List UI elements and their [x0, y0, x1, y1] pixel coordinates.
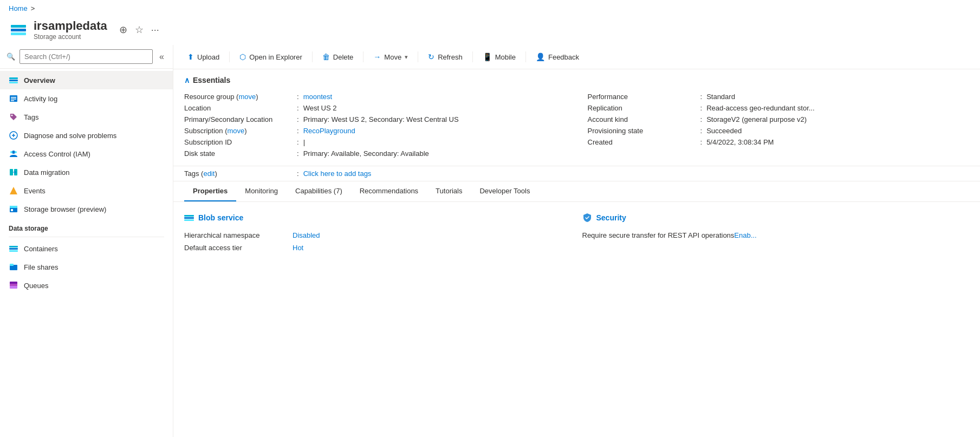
properties-panel: Blob service Hierarchical namespace Disa…: [173, 202, 980, 265]
search-icon: 🔍: [7, 53, 15, 61]
sidebar-item-access-control[interactable]: Access Control (IAM): [0, 145, 173, 163]
essentials-value-primary-secondary: Primary: West US 2, Secondary: West Cent…: [303, 115, 459, 123]
svg-rect-14: [11, 209, 13, 211]
tabs-bar: Properties Monitoring Capabilities (7) R…: [173, 181, 980, 202]
favorite-button[interactable]: ☆: [133, 22, 146, 38]
svg-rect-2: [11, 99, 16, 100]
tab-monitoring[interactable]: Monitoring: [236, 181, 287, 201]
toolbar-sep-4: [418, 51, 418, 62]
iam-icon: [9, 149, 18, 159]
mobile-label: Mobile: [495, 53, 516, 61]
sidebar-item-data-migration[interactable]: Data migration: [0, 163, 173, 181]
delete-button[interactable]: 🗑 Delete: [317, 49, 359, 64]
storage-icon: [11, 25, 26, 35]
essentials-value-location: West US 2: [303, 104, 337, 112]
data-storage-divider: [9, 237, 164, 237]
pin-button[interactable]: ⊕: [117, 22, 129, 38]
sidebar-item-containers[interactable]: Containers: [0, 239, 173, 258]
essentials-row-location: Location : West US 2: [184, 102, 566, 114]
upload-label: Upload: [197, 53, 219, 61]
open-explorer-button[interactable]: ⬡ Open in Explorer: [234, 49, 308, 64]
essentials-value-rg[interactable]: moontest: [303, 93, 332, 101]
essentials-label-subscription-id: Subscription ID: [184, 138, 293, 146]
blob-service-icon: [184, 213, 194, 223]
essentials-label-subscription: Subscription (move): [184, 127, 293, 135]
tab-recommendations[interactable]: Recommendations: [351, 181, 427, 201]
mobile-icon: 📱: [483, 53, 492, 61]
essentials-right: Performance : Standard Replication : Rea…: [588, 91, 970, 159]
essentials-value-subscription[interactable]: RecoPlayground: [303, 127, 355, 135]
add-tags-link[interactable]: Click here to add tags: [303, 169, 372, 178]
feedback-button[interactable]: 👤 Feedback: [530, 49, 585, 64]
essentials-label-account-kind: Account kind: [588, 115, 696, 123]
essentials-value-provisioning: Succeeded: [706, 127, 742, 135]
essentials-value-subscription-id: |: [303, 138, 305, 146]
essentials-label-primary-secondary: Primary/Secondary Location: [184, 115, 293, 123]
tab-capabilities[interactable]: Capabilities (7): [287, 181, 351, 201]
prop-row-access-tier: Default access tier Hot: [184, 242, 572, 254]
delete-label: Delete: [333, 53, 354, 61]
essentials-label-location: Location: [184, 104, 293, 112]
more-button[interactable]: ···: [149, 22, 161, 38]
mobile-button[interactable]: 📱 Mobile: [477, 49, 521, 64]
svg-point-7: [10, 151, 12, 153]
sidebar-item-queues[interactable]: Queues: [0, 276, 173, 295]
essentials-chevron-icon: ∧: [184, 76, 190, 84]
prop-label-hierarchical: Hierarchical namespace: [184, 231, 293, 239]
security-icon: [582, 213, 592, 223]
header-text: irsampledata Storage account: [34, 19, 107, 41]
feedback-label: Feedback: [548, 53, 579, 61]
sidebar-item-activity-log[interactable]: Activity log: [0, 89, 173, 108]
breadcrumb: Home >: [0, 0, 980, 17]
essentials-row-primary-secondary: Primary/Secondary Location : Primary: We…: [184, 114, 566, 125]
toolbar-sep-3: [363, 51, 364, 62]
prop-value-secure-transfer[interactable]: Enab...: [734, 231, 756, 239]
essentials-header[interactable]: ∧ Essentials: [184, 76, 969, 84]
sidebar-item-file-shares[interactable]: File shares: [0, 258, 173, 276]
collapse-button[interactable]: «: [157, 50, 166, 64]
containers-icon: [9, 244, 18, 253]
prop-label-secure-transfer: Require secure transfer for REST API ope…: [582, 231, 735, 239]
prop-value-hierarchical[interactable]: Disabled: [293, 231, 320, 239]
sidebar-item-activity-log-label: Activity log: [24, 95, 57, 103]
sidebar-item-data-migration-label: Data migration: [24, 168, 70, 177]
feedback-icon: 👤: [536, 53, 545, 61]
edit-tags-link[interactable]: edit: [203, 169, 215, 178]
move-link-subscription[interactable]: move: [227, 127, 244, 135]
tab-properties[interactable]: Properties: [184, 181, 236, 201]
essentials-label-performance: Performance: [588, 93, 696, 101]
essentials-value-created: 5/4/2022, 3:08:34 PM: [706, 138, 774, 146]
sidebar-item-access-control-label: Access Control (IAM): [24, 150, 90, 158]
toolbar: ⬆ Upload ⬡ Open in Explorer 🗑 Delete → M…: [173, 45, 980, 69]
sidebar-item-overview[interactable]: Overview: [0, 71, 173, 89]
refresh-button[interactable]: ↻ Refresh: [423, 49, 468, 64]
move-link-rg[interactable]: move: [238, 93, 256, 101]
tags-row: Tags (edit) : Click here to add tags: [173, 166, 980, 181]
svg-marker-11: [10, 187, 17, 194]
essentials-section: ∧ Essentials Resource group (move) : moo…: [173, 69, 980, 166]
migration-icon: [9, 167, 18, 177]
tags-sep: :: [297, 169, 299, 178]
move-button[interactable]: → Move ▾: [368, 49, 413, 64]
toolbar-sep-1: [229, 51, 230, 62]
svg-rect-9: [10, 169, 13, 175]
sidebar-item-events[interactable]: Events: [0, 181, 173, 200]
prop-row-secure-transfer: Require secure transfer for REST API ope…: [582, 229, 970, 242]
sidebar-item-tags[interactable]: Tags: [0, 108, 173, 126]
browser-icon: [9, 204, 18, 214]
content-area: ⬆ Upload ⬡ Open in Explorer 🗑 Delete → M…: [173, 45, 980, 437]
sidebar-item-storage-browser[interactable]: Storage browser (preview): [0, 200, 173, 218]
sidebar-item-diagnose[interactable]: Diagnose and solve problems: [0, 126, 173, 145]
breadcrumb-separator: >: [31, 4, 35, 12]
tab-tutorials[interactable]: Tutorials: [427, 181, 471, 201]
tab-developer-tools[interactable]: Developer Tools: [471, 181, 538, 201]
sidebar: 🔍 « Overview: [0, 45, 173, 437]
breadcrumb-home[interactable]: Home: [9, 4, 28, 12]
prop-value-access-tier[interactable]: Hot: [293, 244, 303, 252]
essentials-row-replication: Replication : Read-access geo-redundant …: [588, 102, 970, 114]
security-section: Security Require secure transfer for RES…: [582, 213, 970, 254]
essentials-row-performance: Performance : Standard: [588, 91, 970, 102]
upload-button[interactable]: ⬆ Upload: [182, 49, 225, 64]
search-input[interactable]: [20, 49, 153, 64]
blob-service-section: Blob service Hierarchical namespace Disa…: [184, 213, 572, 254]
